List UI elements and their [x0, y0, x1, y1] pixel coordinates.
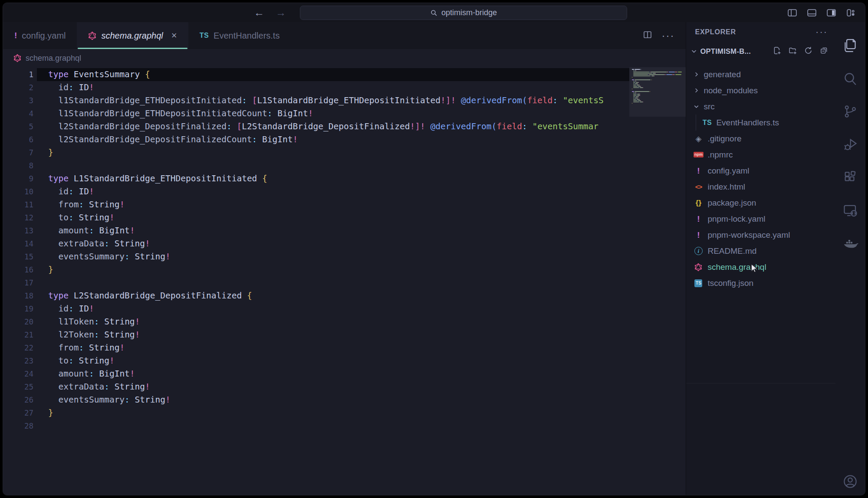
tree-item-tsconfig-json[interactable]: TStsconfig.json [686, 275, 835, 291]
tab-schema-graphql[interactable]: schema.graphql × [77, 22, 188, 49]
tree-item-package-json[interactable]: {}package.json [686, 195, 835, 211]
tree-item-readme-md[interactable]: iREADME.md [686, 243, 835, 259]
indent-guide [696, 115, 696, 131]
refresh-explorer-icon[interactable] [804, 46, 813, 57]
code-line-22[interactable]: 22 from: String! [3, 341, 629, 354]
code-line-14[interactable]: 14 extraData: String! [3, 237, 629, 250]
code-line-2[interactable]: 2 id: ID! [3, 81, 629, 94]
code-line-1[interactable]: 1type EventsSummary { [3, 68, 629, 81]
code-line-13[interactable]: 13 amount: BigInt! [3, 224, 629, 237]
code-line-21[interactable]: 21 l2Token: String! [3, 328, 629, 341]
split-editor-icon[interactable] [642, 29, 653, 42]
file-name: index.html [707, 182, 745, 192]
line-number: 27 [3, 406, 37, 419]
line-number: 12 [3, 211, 37, 224]
tree-item-index-html[interactable]: <>index.html [686, 179, 835, 195]
code-text: id: ID! [37, 81, 629, 94]
code-line-17[interactable]: 17 [3, 276, 629, 289]
chevron-down-icon [693, 103, 700, 110]
search-icon [430, 9, 437, 16]
docker-view-icon[interactable] [835, 227, 865, 260]
code-line-12[interactable]: 12 to: String! [3, 211, 629, 224]
source-control-view-icon[interactable] [835, 95, 865, 128]
code-line-15[interactable]: 15 eventsSummary: String! [3, 250, 629, 263]
breadcrumb[interactable]: schema.graphql [3, 49, 686, 67]
code-line-28[interactable]: 28 [3, 419, 629, 432]
npm-icon: npm [694, 152, 704, 157]
code-text [37, 419, 629, 432]
code-line-11[interactable]: 11 from: String! [3, 198, 629, 211]
code-line-6[interactable]: 6 l2StandardBridge_DepositFinalizedCount… [3, 133, 629, 146]
tree-item-gitignore[interactable]: ◈.gitignore [686, 131, 835, 147]
line-number: 23 [3, 354, 37, 367]
tab-eventhandlers-ts[interactable]: TS EventHandlers.ts [188, 22, 291, 49]
tree-item-generated[interactable]: generated [686, 66, 835, 82]
line-number: 26 [3, 393, 37, 406]
tree-item-src[interactable]: src [686, 98, 835, 115]
account-icon[interactable] [835, 473, 865, 490]
code-line-24[interactable]: 24 amount: BigInt! [3, 367, 629, 380]
code-text: eventsSummary: String! [37, 393, 629, 406]
tree-item-eventhandlers-ts[interactable]: TSEventHandlers.ts [686, 115, 835, 131]
tab-config-yaml[interactable]: ! config.yaml [3, 22, 77, 49]
code-line-8[interactable]: 8 [3, 159, 629, 172]
graphql-icon [13, 54, 21, 62]
code-line-3[interactable]: 3 l1StandardBridge_ETHDepositInitiated: … [3, 94, 629, 107]
remote-explorer-view-icon[interactable] [835, 194, 865, 227]
run-debug-view-icon[interactable] [835, 128, 865, 161]
toggle-secondary-sidebar-icon[interactable] [826, 7, 837, 18]
code-line-27[interactable]: 27} [3, 406, 629, 419]
code-line-16[interactable]: 16} [3, 263, 629, 276]
workspace-root-item[interactable]: OPTIMISM-B... [686, 42, 835, 60]
file-name: EventHandlers.ts [716, 118, 779, 128]
customize-layout-icon[interactable] [845, 7, 856, 18]
code-line-20[interactable]: 20 l1Token: String! [3, 315, 629, 328]
code-line-23[interactable]: 23 to: String! [3, 354, 629, 367]
tree-item-schema-graphql[interactable]: schema.graphql [686, 259, 835, 275]
close-tab-icon[interactable]: × [171, 31, 177, 40]
code-text [37, 159, 629, 172]
code-text: eventsSummary: String! [37, 250, 629, 263]
tsconfig-icon: TS [694, 279, 702, 287]
line-number: 11 [3, 198, 37, 211]
extensions-view-icon[interactable] [835, 161, 865, 194]
code-line-9[interactable]: 9type L1StandardBridge_ETHDepositInitiat… [3, 172, 629, 185]
tree-item-config-yaml[interactable]: !config.yaml [686, 163, 835, 179]
search-view-icon[interactable] [835, 62, 865, 95]
new-file-icon[interactable] [773, 46, 782, 57]
line-number: 9 [3, 172, 37, 185]
code-text: from: String! [37, 341, 629, 354]
minimap[interactable] [629, 67, 686, 495]
explorer-view-icon[interactable] [835, 29, 865, 62]
navigate-forward-icon[interactable]: → [276, 7, 286, 18]
new-folder-icon[interactable] [788, 46, 797, 57]
line-number: 19 [3, 302, 37, 315]
code-line-19[interactable]: 19 id: ID! [3, 302, 629, 315]
code-line-26[interactable]: 26 eventsSummary: String! [3, 393, 629, 406]
title-bar: ← → optimism-bridge [3, 3, 865, 22]
navigate-back-icon[interactable]: ← [254, 7, 264, 18]
code-text: extraData: String! [37, 380, 629, 393]
command-center-search[interactable]: optimism-bridge [300, 6, 627, 20]
chevron-down-icon [690, 48, 697, 55]
tree-item-node-modules[interactable]: node_modules [686, 82, 835, 98]
tree-item-pnpm-lock-yaml[interactable]: !pnpm-lock.yaml [686, 211, 835, 227]
code-editor[interactable]: 1type EventsSummary {2 id: ID!3 l1Standa… [3, 67, 686, 495]
tree-item-npmrc[interactable]: npm.npmrc [686, 147, 835, 163]
explorer-sidebar: EXPLORER ··· OPTIMISM-B... [686, 22, 835, 495]
tree-item-pnpm-workspace-yaml[interactable]: !pnpm-workspace.yaml [686, 227, 835, 243]
chevron-right-icon [693, 87, 700, 94]
code-line-10[interactable]: 10 id: ID! [3, 185, 629, 198]
code-text: l1StandardBridge_ETHDepositInitiated: [L… [37, 94, 629, 107]
code-line-18[interactable]: 18type L2StandardBridge_DepositFinalized… [3, 289, 629, 302]
code-line-4[interactable]: 4 l1StandardBridge_ETHDepositInitiatedCo… [3, 107, 629, 120]
toggle-primary-sidebar-icon[interactable] [787, 7, 798, 18]
code-text: to: String! [37, 354, 629, 367]
code-line-5[interactable]: 5 l2StandardBridge_DepositFinalized: [L2… [3, 120, 629, 133]
yaml-icon: ! [697, 214, 700, 224]
toggle-panel-icon[interactable] [806, 7, 817, 18]
file-name: .npmrc [707, 150, 733, 160]
code-line-25[interactable]: 25 extraData: String! [3, 380, 629, 393]
collapse-folders-icon[interactable] [819, 46, 829, 57]
code-line-7[interactable]: 7} [3, 146, 629, 159]
